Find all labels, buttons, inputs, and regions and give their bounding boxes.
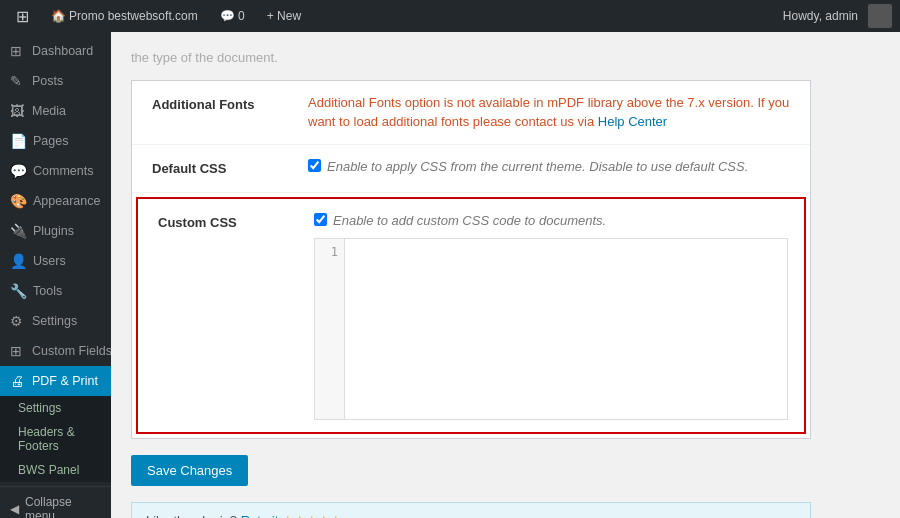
tools-icon: 🔧: [10, 283, 27, 299]
stars: ★★★★★: [282, 513, 342, 518]
rate-plugin-prefix: Like the plugin?: [146, 513, 241, 518]
settings-panel: Additional Fonts Additional Fonts option…: [131, 80, 811, 440]
sidebar-item-comments[interactable]: 💬 Comments: [0, 156, 111, 186]
custom-css-inner: Custom CSS Enable to add custom CSS code…: [138, 199, 804, 433]
additional-fonts-text: Additional Fonts option is not available…: [308, 95, 789, 130]
sidebar-sub-label: Headers & Footers: [18, 425, 103, 453]
save-changes-button[interactable]: Save Changes: [131, 455, 248, 486]
additional-fonts-value: Additional Fonts option is not available…: [292, 81, 810, 144]
sidebar-item-appearance[interactable]: 🎨 Appearance: [0, 186, 111, 216]
sidebar-item-pages[interactable]: 📄 Pages: [0, 126, 111, 156]
sidebar-item-label: Media: [32, 104, 66, 118]
collapse-label: Collapse menu: [25, 495, 103, 518]
comments-icon: 💬: [10, 163, 27, 179]
help-center-link[interactable]: Help Center: [598, 114, 667, 129]
default-css-value: Enable to apply CSS from the current the…: [292, 145, 810, 192]
sidebar-item-label: Pages: [33, 134, 68, 148]
sidebar-item-label: Tools: [33, 284, 62, 298]
sidebar-item-label: PDF & Print: [32, 374, 98, 388]
sidebar-item-pdf-print[interactable]: 🖨 PDF & Print: [0, 366, 111, 396]
custom-css-value: Enable to add custom CSS code to documen…: [298, 199, 804, 433]
sidebar-item-posts[interactable]: ✎ Posts: [0, 66, 111, 96]
collapse-icon: ◀: [10, 502, 19, 516]
admin-bar-right: Howdy, admin: [783, 4, 892, 28]
avatar: [868, 4, 892, 28]
sidebar-item-label: Custom Fields: [32, 344, 111, 358]
content-inner: the type of the document. Additional Fon…: [111, 32, 831, 518]
collapse-menu-button[interactable]: ◀ Collapse menu: [0, 486, 111, 518]
new-label: + New: [267, 9, 301, 23]
sidebar-item-label: Dashboard: [32, 44, 93, 58]
plugins-icon: 🔌: [10, 223, 27, 239]
sidebar-item-settings[interactable]: ⚙ Settings: [0, 306, 111, 336]
code-editor-wrapper: 1: [314, 238, 788, 420]
custom-css-checkbox-row: Enable to add custom CSS code to documen…: [314, 211, 788, 231]
custom-css-label: Custom CSS: [138, 199, 298, 433]
line-numbers: 1: [315, 239, 345, 419]
sidebar-item-dashboard[interactable]: ⊞ Dashboard: [0, 36, 111, 66]
sidebar-sub-item-settings[interactable]: Settings: [0, 396, 111, 420]
dashboard-icon: ⊞: [10, 43, 26, 59]
sidebar-item-plugins[interactable]: 🔌 Plugins: [0, 216, 111, 246]
rate-it-link[interactable]: Rate it: [241, 513, 279, 518]
sidebar-item-label: Users: [33, 254, 66, 268]
admin-bar-left: ⊞ 🏠 Promo bestwebsoft.com 💬 0 + New: [8, 0, 783, 32]
comments-label: 💬 0: [220, 9, 245, 23]
sidebar-sub-item-bws-panel[interactable]: BWS Panel: [0, 458, 111, 482]
pdf-submenu: Settings Headers & Footers BWS Panel: [0, 396, 111, 482]
css-code-editor[interactable]: [345, 239, 787, 419]
main-layout: ⊞ Dashboard ✎ Posts 🖼 Media 📄 Pages 💬 Co…: [0, 32, 900, 518]
home-icon: 🏠: [51, 9, 66, 23]
wp-logo-icon: ⊞: [16, 7, 29, 26]
sidebar-item-label: Plugins: [33, 224, 74, 238]
sidebar-sub-label: Settings: [18, 401, 61, 415]
sidebar-item-label: Comments: [33, 164, 93, 178]
site-name: Promo bestwebsoft.com: [69, 9, 198, 23]
sidebar-item-tools[interactable]: 🔧 Tools: [0, 276, 111, 306]
custom-fields-icon: ⊞: [10, 343, 26, 359]
content-area: the type of the document. Additional Fon…: [111, 32, 900, 518]
site-name-button[interactable]: 🏠 Promo bestwebsoft.com: [43, 0, 206, 32]
top-fade-text: the type of the document.: [131, 44, 811, 80]
sidebar-item-label: Settings: [32, 314, 77, 328]
users-icon: 👤: [10, 253, 27, 269]
pages-icon: 📄: [10, 133, 27, 149]
default-css-check-text: Enable to apply CSS from the current the…: [327, 157, 748, 177]
custom-css-check-text: Enable to add custom CSS code to documen…: [333, 211, 606, 231]
settings-icon: ⚙: [10, 313, 26, 329]
sidebar: ⊞ Dashboard ✎ Posts 🖼 Media 📄 Pages 💬 Co…: [0, 32, 111, 518]
line-number-1: 1: [321, 243, 338, 261]
sidebar-item-media[interactable]: 🖼 Media: [0, 96, 111, 126]
rate-plugin-box: Like the plugin? Rate it ★★★★★: [131, 502, 811, 518]
new-button[interactable]: + New: [259, 0, 309, 32]
appearance-icon: 🎨: [10, 193, 27, 209]
additional-fonts-row: Additional Fonts Additional Fonts option…: [132, 81, 810, 145]
default-css-label: Default CSS: [132, 145, 292, 192]
howdy-text: Howdy, admin: [783, 9, 858, 23]
media-icon: 🖼: [10, 103, 26, 119]
comments-button[interactable]: 💬 0: [212, 0, 253, 32]
sidebar-item-label: Posts: [32, 74, 63, 88]
sidebar-item-users[interactable]: 👤 Users: [0, 246, 111, 276]
custom-css-checkbox[interactable]: [314, 213, 327, 226]
default-css-checkbox[interactable]: [308, 159, 321, 172]
custom-css-row: Custom CSS Enable to add custom CSS code…: [136, 197, 806, 435]
sidebar-sub-item-headers-footers[interactable]: Headers & Footers: [0, 420, 111, 458]
additional-fonts-label: Additional Fonts: [132, 81, 292, 144]
pdf-print-icon: 🖨: [10, 373, 26, 389]
default-css-checkbox-row: Enable to apply CSS from the current the…: [308, 157, 794, 177]
sidebar-item-custom-fields[interactable]: ⊞ Custom Fields: [0, 336, 111, 366]
default-css-row: Default CSS Enable to apply CSS from the…: [132, 145, 810, 193]
sidebar-item-label: Appearance: [33, 194, 100, 208]
wp-logo-button[interactable]: ⊞: [8, 0, 37, 32]
admin-bar: ⊞ 🏠 Promo bestwebsoft.com 💬 0 + New Howd…: [0, 0, 900, 32]
sidebar-sub-label: BWS Panel: [18, 463, 79, 477]
posts-icon: ✎: [10, 73, 26, 89]
